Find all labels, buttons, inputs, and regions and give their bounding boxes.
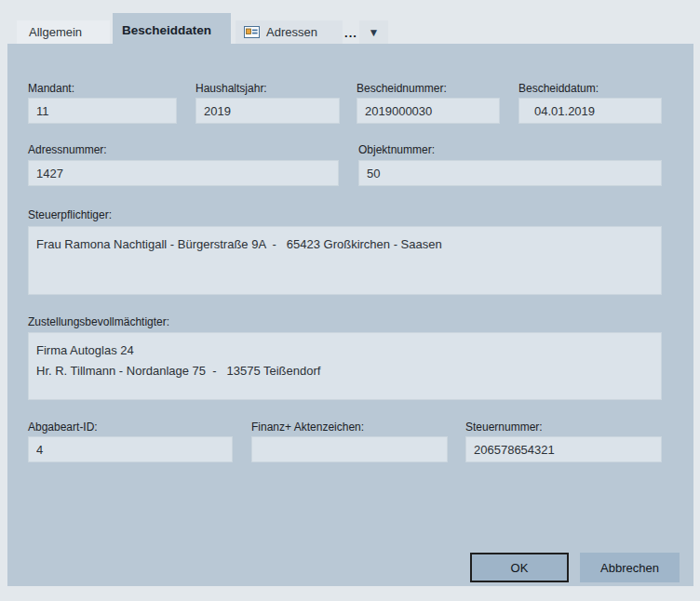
steuerpflichtiger-field[interactable]: Frau Ramona Nachtigall - Bürgerstraße 9A… <box>28 226 662 295</box>
finanz-aktenzeichen-label: Finanz+ Aktenzeichen: <box>251 421 364 434</box>
tab-allgemein[interactable]: Allgemein <box>17 20 110 44</box>
chevron-down-icon: ▼ <box>369 27 380 38</box>
steuerpflichtiger-label: Steuerpflichtiger: <box>28 208 112 221</box>
bescheiddaten-panel: Mandant: Haushaltsjahr: Bescheidnummer: … <box>7 44 693 586</box>
bescheiddatum-field[interactable] <box>518 98 662 124</box>
cancel-button[interactable]: Abbrechen <box>580 553 680 582</box>
tab-allgemein-label: Allgemein <box>29 25 82 39</box>
ok-button[interactable]: OK <box>470 553 569 582</box>
tab-adressen-label: Adressen <box>266 25 317 39</box>
bescheiddatum-label: Bescheiddatum: <box>518 82 599 95</box>
tab-overflow-indicator[interactable]: ... <box>343 26 358 43</box>
steuernummer-field[interactable] <box>465 436 662 462</box>
mandant-label: Mandant: <box>28 82 74 95</box>
bescheidnummer-field[interactable] <box>357 98 500 124</box>
tab-bescheiddaten-label: Bescheiddaten <box>122 23 211 37</box>
zustellungsbevollmaechtigter-label: Zustellungsbevollmächtigter: <box>28 315 169 328</box>
finanz-aktenzeichen-field[interactable] <box>251 436 448 462</box>
haushaltsjahr-label: Haushaltsjahr: <box>195 82 267 95</box>
haushaltsjahr-field[interactable] <box>195 98 340 124</box>
objektnummer-label: Objektnummer: <box>358 143 435 156</box>
tab-bescheiddaten[interactable]: Bescheiddaten <box>113 13 231 44</box>
steuernummer-label: Steuernummer: <box>465 421 543 434</box>
objektnummer-field[interactable] <box>358 160 662 186</box>
adressnummer-field[interactable] <box>28 160 339 186</box>
tab-list-dropdown-button[interactable]: ▼ <box>359 20 388 44</box>
abgabeart-id-field[interactable] <box>28 436 233 462</box>
bescheidnummer-label: Bescheidnummer: <box>357 82 447 95</box>
zustellungsbevollmaechtigter-field[interactable]: Firma Autoglas 24 Hr. R. Tillmann - Nord… <box>28 332 662 400</box>
adressnummer-label: Adressnummer: <box>28 143 107 156</box>
address-card-icon <box>244 26 260 38</box>
mandant-field[interactable] <box>28 98 177 124</box>
dialog-window: Allgemein Bescheiddaten Adressen ... ▼ M… <box>0 0 700 601</box>
tab-adressen[interactable]: Adressen <box>236 20 343 44</box>
abgabeart-id-label: Abgabeart-ID: <box>28 421 98 434</box>
